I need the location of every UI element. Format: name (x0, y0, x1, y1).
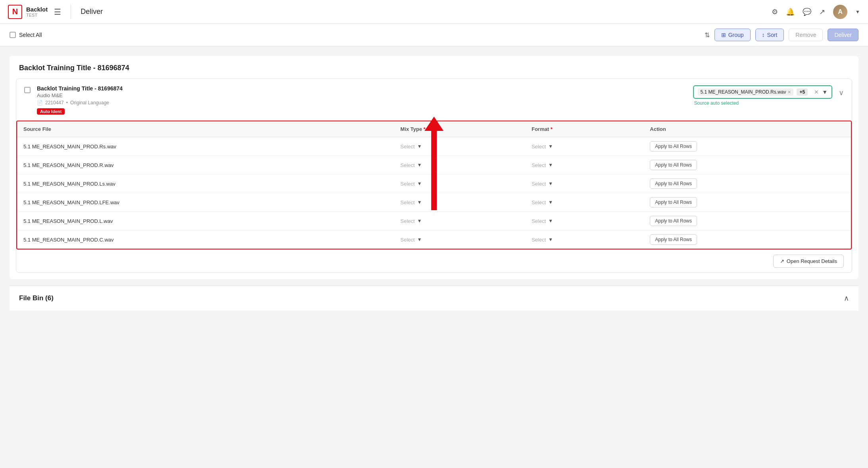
table-row: 5.1 ME_REASON_MAIN_PROD.Rs.wav Select ▼ … (17, 137, 851, 156)
col-format: Format * (525, 121, 643, 137)
nav-logo: N Backlot TEST (8, 5, 48, 19)
format-chevron-5[interactable]: ▼ (548, 237, 553, 242)
netflix-logo-icon: N (8, 5, 22, 19)
cell-source-4: 5.1 ME_REASON_MAIN_PROD.L.wav (17, 212, 394, 230)
mix-type-chevron-1[interactable]: ▼ (417, 162, 422, 168)
group-icon: ⊞ (721, 32, 726, 38)
auto-ident-badge: Auto Ident (37, 108, 65, 115)
mix-type-chevron-4[interactable]: ▼ (417, 218, 422, 224)
top-nav: N Backlot TEST ☰ Deliver ⚙ 🔔 💬 ↗ A ▼ (0, 0, 868, 24)
sort-icon: ↕ (762, 32, 765, 38)
mix-type-chevron-2[interactable]: ▼ (417, 181, 422, 186)
apply-all-rows-button-1[interactable]: Apply to All Rows (650, 160, 697, 170)
chat-icon[interactable]: 💬 (803, 8, 811, 16)
section-title: Backlot Training Title - 81696874 (10, 56, 858, 79)
table-row: 5.1 ME_REASON_MAIN_PROD.LFE.wav Select ▼… (17, 193, 851, 212)
card-meta: 📄 2210447 • Original Language (37, 100, 687, 105)
files-table: Source File Mix Type * Format * Action 5… (17, 121, 851, 249)
col-source-file: Source File (17, 121, 394, 137)
table-row: 5.1 ME_REASON_MAIN_PROD.R.wav Select ▼ S… (17, 156, 851, 175)
section: Backlot Training Title - 81696874 Backlo… (10, 56, 858, 279)
table-container: Source File Mix Type * Format * Action 5… (16, 121, 852, 249)
table-row: 5.1 ME_REASON_MAIN_PROD.L.wav Select ▼ S… (17, 212, 851, 230)
source-chevron-icon[interactable]: ▼ (822, 89, 828, 95)
apply-all-rows-button-5[interactable]: Apply to All Rows (650, 234, 697, 245)
cell-source-1: 5.1 ME_REASON_MAIN_PROD.R.wav (17, 156, 394, 175)
cell-source-5: 5.1 ME_REASON_MAIN_PROD.C.wav (17, 230, 394, 249)
source-auto-text: Source auto selected (693, 100, 832, 106)
source-count: +5 (797, 88, 808, 96)
external-link-icon[interactable]: ↗ (819, 8, 825, 16)
open-request-button[interactable]: ↗ Open Request Details (773, 255, 844, 268)
col-action: Action (643, 121, 851, 137)
format-chevron-1[interactable]: ▼ (548, 162, 553, 168)
apply-all-rows-button-2[interactable]: Apply to All Rows (650, 178, 697, 189)
card-header: Backlot Training Title - 81696874 Audio … (16, 79, 852, 121)
cell-format-2[interactable]: Select ▼ (525, 175, 643, 193)
meta-id: 2210447 (45, 100, 64, 105)
file-bin-collapse-icon[interactable]: ∧ (844, 294, 849, 303)
source-filename: 5.1 ME_REASON_MAIN_PROD.Rs.wav (700, 89, 786, 95)
cell-source-2: 5.1 ME_REASON_MAIN_PROD.Ls.wav (17, 175, 394, 193)
format-required: * (551, 126, 553, 132)
cell-format-0[interactable]: Select ▼ (525, 137, 643, 156)
card-expand-icon[interactable]: ∨ (839, 88, 844, 97)
cell-mix-type-5[interactable]: Select ▼ (394, 230, 525, 249)
format-chevron-2[interactable]: ▼ (548, 181, 553, 186)
cell-mix-type-0[interactable]: Select ▼ (394, 137, 525, 156)
format-chevron-3[interactable]: ▼ (548, 199, 553, 205)
card-footer: ↗ Open Request Details (16, 249, 852, 272)
cell-mix-type-2[interactable]: Select ▼ (394, 175, 525, 193)
source-clear-icon[interactable]: ✕ (814, 89, 819, 95)
source-select-box[interactable]: 5.1 ME_REASON_MAIN_PROD.Rs.wav ✕ +5 ✕ ▼ (693, 85, 832, 99)
apply-all-rows-button-0[interactable]: Apply to All Rows (650, 141, 697, 152)
format-chevron-0[interactable]: ▼ (548, 144, 553, 149)
cell-format-1[interactable]: Select ▼ (525, 156, 643, 175)
cell-action-2: Apply to All Rows (643, 175, 851, 193)
remove-button: Remove (789, 29, 823, 41)
source-tag-remove-icon[interactable]: ✕ (787, 90, 791, 95)
external-icon: ↗ (780, 258, 784, 264)
cell-mix-type-4[interactable]: Select ▼ (394, 212, 525, 230)
source-file-tag: 5.1 ME_REASON_MAIN_PROD.Rs.wav ✕ (698, 88, 793, 96)
cell-mix-type-3[interactable]: Select ▼ (394, 193, 525, 212)
table-header: Source File Mix Type * Format * Action (17, 121, 851, 137)
mix-type-chevron-0[interactable]: ▼ (417, 144, 422, 149)
avatar-chevron-icon[interactable]: ▼ (855, 9, 860, 15)
meta-lang: Original Language (70, 100, 109, 105)
cell-format-5[interactable]: Select ▼ (525, 230, 643, 249)
table-body: 5.1 ME_REASON_MAIN_PROD.Rs.wav Select ▼ … (17, 137, 851, 249)
select-all-label: Select All (19, 32, 42, 38)
remove-label: Remove (795, 32, 816, 38)
file-icon: 📄 (37, 100, 43, 105)
cell-mix-type-1[interactable]: Select ▼ (394, 156, 525, 175)
card-checkbox[interactable] (24, 87, 31, 93)
delivery-card: Backlot Training Title - 81696874 Audio … (16, 79, 852, 273)
cell-format-3[interactable]: Select ▼ (525, 193, 643, 212)
settings-icon[interactable]: ⚙ (772, 8, 778, 16)
mix-type-chevron-5[interactable]: ▼ (417, 237, 422, 242)
format-chevron-4[interactable]: ▼ (548, 218, 553, 224)
hamburger-icon[interactable]: ☰ (54, 7, 61, 17)
checkbox-icon[interactable] (10, 32, 16, 38)
mix-type-chevron-3[interactable]: ▼ (417, 199, 422, 205)
meta-separator: • (66, 100, 68, 105)
avatar[interactable]: A (833, 5, 847, 19)
card-selector-area: 5.1 ME_REASON_MAIN_PROD.Rs.wav ✕ +5 ✕ ▼ … (693, 85, 832, 106)
sort-button[interactable]: ↕ Sort (755, 29, 784, 41)
cell-format-4[interactable]: Select ▼ (525, 212, 643, 230)
filter-icon[interactable]: ⇅ (705, 31, 710, 39)
nav-icons: ⚙ 🔔 💬 ↗ A ▼ (772, 5, 860, 19)
cell-source-3: 5.1 ME_REASON_MAIN_PROD.LFE.wav (17, 193, 394, 212)
toolbar: Select All ⇅ ⊞ Group ↕ Sort Remove Deliv… (0, 24, 868, 46)
source-files-table: Source File Mix Type * Format * Action 5… (16, 121, 852, 249)
main-content: Backlot Training Title - 81696874 Backlo… (0, 46, 868, 320)
file-bin: File Bin (6) ∧ (10, 286, 858, 311)
select-all-checkbox[interactable]: Select All (10, 32, 42, 38)
card-info: Backlot Training Title - 81696874 Audio … (37, 85, 687, 114)
group-label: Group (728, 32, 744, 38)
apply-all-rows-button-3[interactable]: Apply to All Rows (650, 197, 697, 207)
group-button[interactable]: ⊞ Group (714, 29, 751, 41)
apply-all-rows-button-4[interactable]: Apply to All Rows (650, 216, 697, 226)
notifications-icon[interactable]: 🔔 (786, 8, 795, 16)
